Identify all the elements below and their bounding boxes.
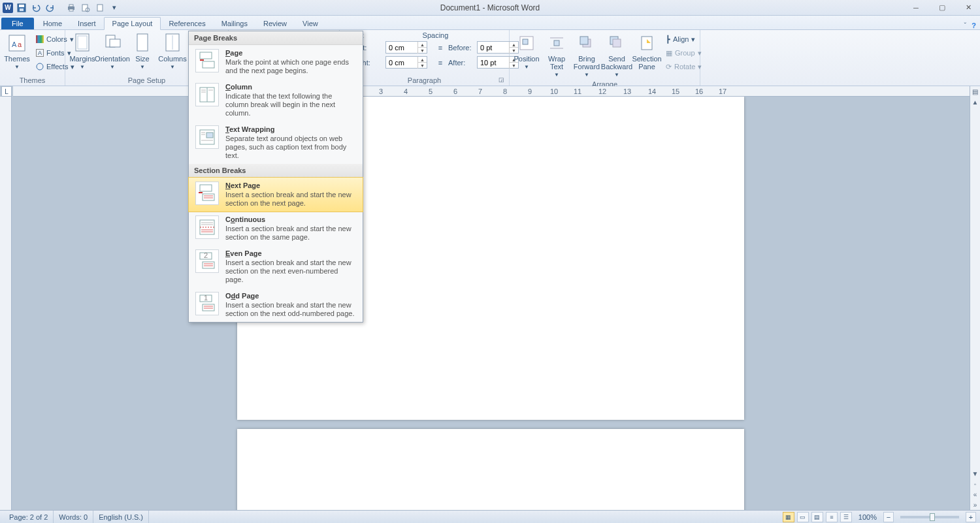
horizontal-ruler[interactable]: 3 4 5 6 7 8 9 10 11 12 13 14 15 16 17 — [13, 86, 970, 97]
status-page[interactable]: Page: 2 of 2 — [4, 511, 54, 523]
scroll-down-icon[interactable]: ▼ — [971, 468, 980, 479]
tab-page-layout[interactable]: Page Layout — [104, 17, 161, 30]
svg-rect-8 — [97, 5, 103, 11]
maximize-button[interactable]: ▢ — [933, 3, 951, 13]
align-button[interactable]: ┣Align ▾ — [664, 33, 704, 46]
svg-rect-34 — [613, 39, 621, 47]
word-app-icon[interactable]: W — [3, 3, 13, 13]
spacing-before-icon: ≡ — [435, 42, 446, 53]
svg-rect-16 — [110, 39, 120, 47]
effects-icon — [36, 63, 44, 71]
zoom-level[interactable]: 100% — [858, 513, 877, 521]
break-odd-page-item[interactable]: 1 Odd PageInsert a section break and sta… — [189, 288, 363, 322]
tab-references[interactable]: References — [161, 18, 213, 29]
close-button[interactable]: ✕ — [959, 3, 977, 13]
rotate-icon: ⟳ — [666, 63, 672, 71]
undo-icon[interactable] — [30, 2, 42, 14]
margins-button[interactable]: Margins▼ — [69, 31, 95, 71]
send-backward-button[interactable]: Send Backward▼ — [604, 31, 630, 79]
break-column-item[interactable]: ColumnIndicate that the text following t… — [189, 79, 363, 121]
continuous-break-icon — [195, 215, 219, 239]
svg-rect-49 — [200, 185, 212, 191]
themes-button[interactable]: Aa Themes ▼ — [4, 31, 30, 71]
svg-text:a: a — [18, 40, 22, 48]
qat-customize-icon[interactable]: ▾ — [108, 2, 120, 14]
new-doc-icon[interactable] — [94, 2, 106, 14]
bring-forward-button[interactable]: Bring Forward▼ — [574, 31, 600, 79]
page-2[interactable] — [237, 429, 744, 510]
quick-access-toolbar: W ▾ — [0, 2, 120, 14]
tab-view[interactable]: View — [295, 18, 326, 29]
next-page-break-icon — [195, 182, 219, 205]
ruler-toggle-icon[interactable]: ▤ — [971, 86, 980, 97]
columns-button[interactable]: Columns▼ — [159, 31, 186, 71]
orientation-button[interactable]: Orientation▼ — [99, 31, 125, 71]
break-page-item[interactable]: PageMark the point at which one page end… — [189, 45, 363, 79]
prev-page-icon[interactable]: « — [971, 489, 980, 499]
redo-icon[interactable] — [44, 2, 56, 14]
svg-text:A: A — [12, 40, 17, 48]
tab-insert[interactable]: Insert — [70, 18, 104, 29]
colors-swatch-icon — [36, 35, 44, 43]
vertical-ruler[interactable] — [0, 97, 12, 510]
indent-left-input[interactable]: ▲▼ — [385, 41, 427, 54]
group-button[interactable]: ▦Group ▾ — [664, 46, 704, 59]
fonts-icon: A — [36, 49, 44, 57]
odd-page-break-icon: 1 — [195, 292, 219, 315]
column-break-icon — [195, 83, 219, 106]
paragraph-launcher-icon[interactable]: ◲ — [497, 76, 505, 84]
zoom-out-button[interactable]: − — [883, 512, 894, 522]
status-words[interactable]: Words: 0 — [54, 511, 93, 523]
rotate-button[interactable]: ⟳Rotate ▾ — [664, 60, 704, 73]
view-draft-button[interactable]: ☰ — [840, 512, 852, 522]
svg-rect-61 — [203, 262, 214, 268]
svg-rect-17 — [137, 34, 148, 51]
status-bar: Page: 2 of 2 Words: 0 English (U.S.) ▦ ▭… — [0, 510, 980, 523]
tab-file[interactable]: File — [1, 18, 34, 29]
tab-home[interactable]: Home — [35, 18, 70, 29]
spacing-header: Spacing — [423, 31, 449, 39]
print-icon[interactable] — [65, 2, 77, 14]
svg-text:2: 2 — [204, 251, 208, 259]
even-page-break-icon: 2 — [195, 249, 219, 273]
spacing-after-icon: ≡ — [435, 57, 446, 68]
svg-rect-32 — [580, 37, 588, 44]
ribbon: Aa Themes ▼ Colors ▾ AFonts ▾ Effects ▾ … — [0, 30, 980, 86]
svg-rect-2 — [20, 8, 24, 11]
tab-selector[interactable]: L — [1, 86, 12, 97]
themes-label: Themes — [4, 55, 30, 63]
svg-rect-50 — [203, 194, 214, 200]
next-page-icon[interactable]: » — [971, 499, 980, 510]
selection-pane-button[interactable]: Selection Pane — [634, 31, 660, 72]
status-language[interactable]: English (U.S.) — [93, 511, 149, 523]
ribbon-minimize-icon[interactable]: ˇ — [964, 22, 967, 29]
wrap-text-button[interactable]: Wrap Text▼ — [544, 31, 570, 79]
size-button[interactable]: Size▼ — [129, 31, 155, 71]
view-web-layout-button[interactable]: ▤ — [811, 512, 823, 522]
view-outline-button[interactable]: ≡ — [826, 512, 838, 522]
scroll-up-icon[interactable]: ▲ — [971, 97, 980, 107]
browse-object-icon[interactable]: ◦ — [971, 479, 980, 489]
svg-text:1: 1 — [204, 294, 208, 302]
document-area[interactable] — [12, 97, 970, 510]
break-even-page-item[interactable]: 2 Even PageInsert a section break and st… — [189, 246, 363, 288]
save-icon[interactable] — [16, 2, 27, 14]
view-full-screen-button[interactable]: ▭ — [797, 512, 809, 522]
help-icon[interactable]: ? — [972, 22, 976, 29]
view-print-layout-button[interactable]: ▦ — [783, 512, 794, 522]
svg-rect-27 — [523, 39, 528, 44]
break-continuous-item[interactable]: ContinuousInsert a section break and sta… — [189, 212, 363, 246]
break-text-wrapping-item[interactable]: Text WrappingSeparate text around object… — [189, 121, 363, 164]
align-icon: ┣ — [666, 35, 670, 44]
zoom-in-button[interactable]: + — [966, 512, 976, 522]
indent-right-input[interactable]: ▲▼ — [385, 56, 427, 69]
position-button[interactable]: Position▼ — [514, 31, 540, 71]
tab-mailings[interactable]: Mailings — [214, 18, 255, 29]
break-next-page-item[interactable]: Next PageInsert a section break and star… — [189, 178, 363, 212]
minimize-button[interactable]: ─ — [907, 3, 925, 13]
print-preview-icon[interactable] — [80, 2, 91, 14]
zoom-slider[interactable] — [900, 516, 959, 518]
section-breaks-header: Section Breaks — [189, 164, 363, 178]
svg-rect-53 — [200, 220, 214, 234]
tab-review[interactable]: Review — [255, 18, 295, 29]
